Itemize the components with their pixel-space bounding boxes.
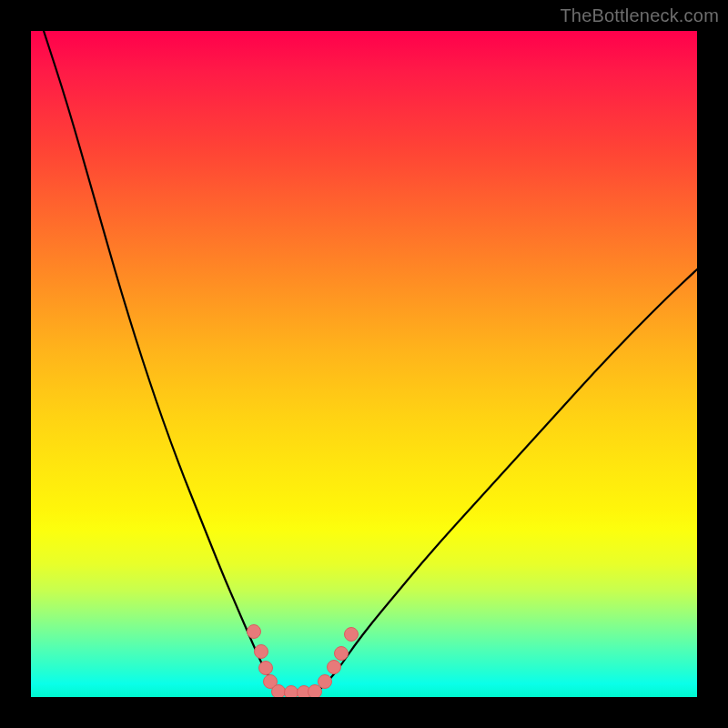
data-point	[335, 647, 349, 661]
data-point	[345, 628, 359, 642]
data-point	[318, 675, 332, 689]
data-point	[272, 685, 286, 698]
chart-svg	[31, 31, 697, 697]
marker-group	[248, 625, 359, 698]
watermark-text: TheBottleneck.com	[560, 5, 719, 26]
right-curve	[315, 269, 697, 695]
left-curve	[44, 31, 278, 693]
data-point	[328, 661, 341, 674]
chart-area	[31, 31, 697, 697]
data-point	[255, 645, 268, 659]
data-point	[259, 662, 273, 675]
data-point	[285, 686, 298, 698]
data-point	[248, 625, 261, 639]
